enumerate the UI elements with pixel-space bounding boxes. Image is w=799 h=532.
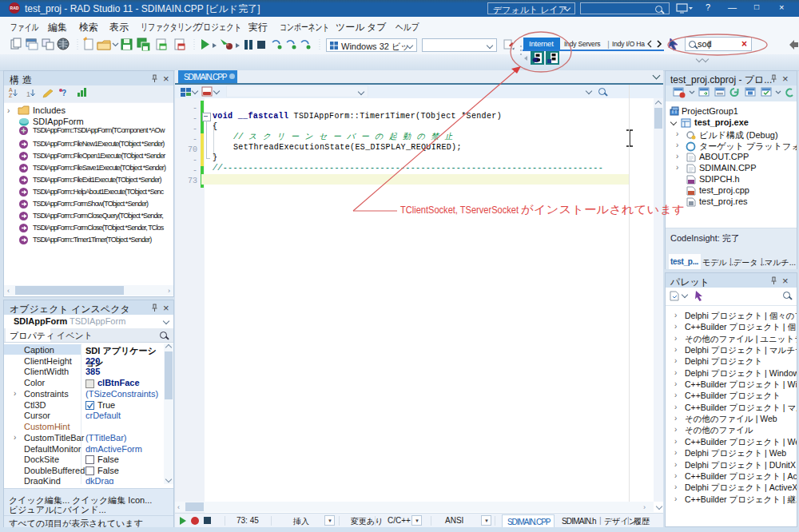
svg-text:Z: Z xyxy=(9,93,13,98)
svg-text:1: 1 xyxy=(26,90,30,98)
svg-text:A: A xyxy=(9,87,13,93)
